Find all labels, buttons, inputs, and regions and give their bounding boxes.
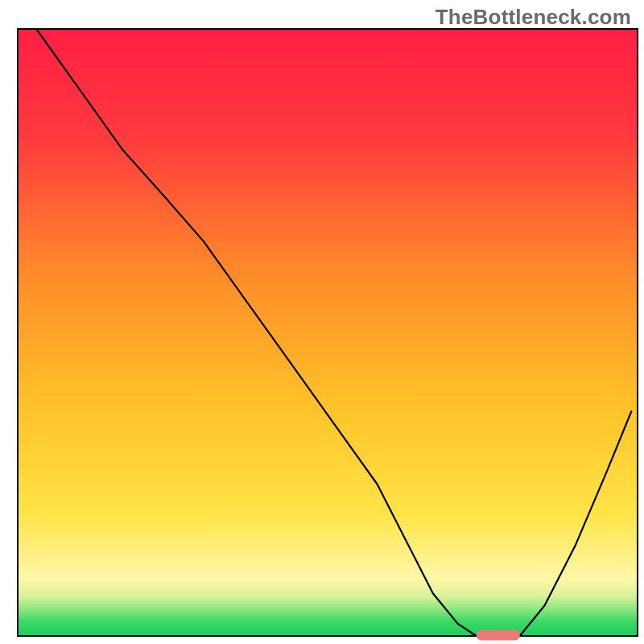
plot-background [18,29,638,636]
recommended-marker [477,630,520,641]
chart-svg [0,0,644,644]
chart-stage: TheBottleneck.com [0,0,644,644]
